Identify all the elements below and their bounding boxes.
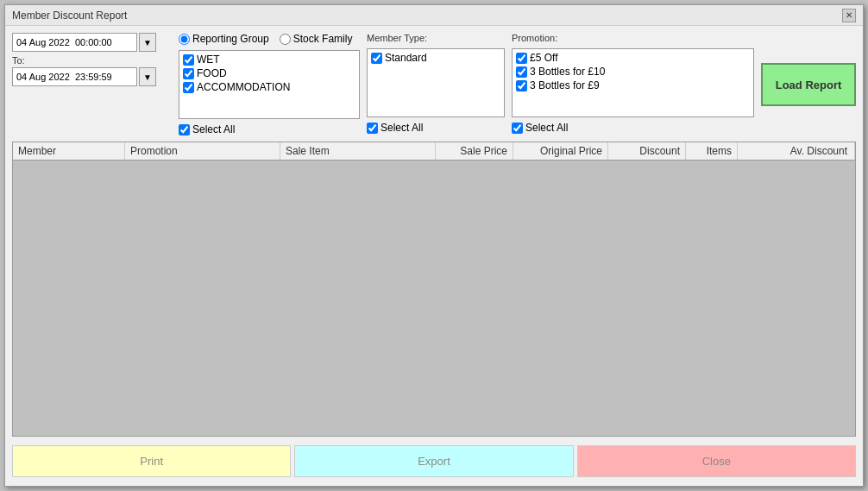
content-area: ▼ To: ▼ Reporting Group — [5, 26, 863, 486]
column-av-discount: Av. Discount — [738, 142, 855, 160]
reporting-group-select-all-label: Select All — [192, 123, 235, 135]
promotion-select-all-checkbox[interactable] — [512, 123, 523, 134]
3bottles10-label: 3 Bottles for £10 — [530, 66, 605, 78]
bottom-buttons: Print Export Close — [12, 442, 856, 479]
list-item[interactable]: Standard — [369, 51, 502, 65]
member-type-select-all[interactable]: Select All — [367, 121, 505, 135]
top-section: ▼ To: ▼ Reporting Group — [12, 33, 856, 136]
reporting-group-radio-text: Reporting Group — [192, 33, 269, 45]
column-sale-item: Sale Item — [280, 142, 436, 160]
export-button[interactable]: Export — [294, 445, 573, 477]
list-item[interactable]: £5 Off — [514, 51, 752, 65]
filter-type-row: Reporting Group Stock Family — [179, 33, 360, 45]
reporting-group-radio[interactable] — [179, 34, 190, 45]
wet-label: WET — [197, 54, 220, 66]
member-type-label: Member Type: — [367, 33, 505, 43]
list-item[interactable]: 3 Bottles for £9 — [514, 79, 752, 92]
table-header: Member Promotion Sale Item Sale Price Or… — [13, 142, 855, 161]
date-to-calendar-button[interactable]: ▼ — [139, 67, 156, 86]
promotion-list: £5 Off 3 Bottles for £10 3 Bottles for £… — [512, 48, 754, 117]
stock-family-radio-text: Stock Family — [293, 33, 353, 45]
column-discount: Discount — [608, 142, 686, 160]
print-button[interactable]: Print — [12, 445, 291, 477]
5off-label: £5 Off — [530, 52, 557, 64]
food-checkbox[interactable] — [183, 68, 194, 79]
close-button[interactable]: Close — [577, 445, 856, 477]
date-from-row: ▼ — [12, 33, 172, 52]
standard-label: Standard — [385, 52, 427, 64]
main-window: Member Discount Report ✕ ▼ To: ▼ — [4, 4, 864, 487]
3bottles10-checkbox[interactable] — [516, 66, 527, 78]
member-type-section: Member Type: Standard Select All — [367, 33, 505, 135]
promotion-select-all-label: Select All — [525, 122, 568, 134]
date-to-row: To: ▼ — [12, 55, 172, 86]
list-item[interactable]: 3 Bottles for £10 — [514, 65, 752, 79]
date-to-input-row: ▼ — [12, 67, 172, 86]
date-from-input-row: ▼ — [12, 33, 172, 52]
load-report-button[interactable]: Load Report — [761, 63, 856, 106]
table-body — [13, 161, 855, 436]
column-member: Member — [13, 142, 125, 160]
column-promotion: Promotion — [125, 142, 280, 160]
window-title: Member Discount Report — [12, 9, 127, 22]
promotion-label: Promotion: — [512, 33, 754, 43]
wet-checkbox[interactable] — [183, 54, 194, 66]
table-section: Member Promotion Sale Item Sale Price Or… — [12, 142, 856, 437]
stock-family-radio[interactable] — [280, 34, 291, 45]
date-from-input[interactable] — [12, 33, 137, 52]
date-section: ▼ To: ▼ — [12, 33, 172, 86]
stock-family-radio-label[interactable]: Stock Family — [280, 33, 353, 45]
close-icon[interactable]: ✕ — [842, 9, 856, 22]
date-to-input[interactable] — [12, 67, 137, 86]
date-from-calendar-button[interactable]: ▼ — [139, 33, 156, 52]
standard-checkbox[interactable] — [371, 53, 382, 64]
list-item[interactable]: FOOD — [181, 66, 357, 80]
reporting-group-select-all-checkbox[interactable] — [179, 124, 190, 135]
accommodation-checkbox[interactable] — [183, 82, 194, 93]
member-type-select-all-checkbox[interactable] — [367, 123, 378, 134]
reporting-group-radio-label[interactable]: Reporting Group — [179, 33, 269, 45]
5off-checkbox[interactable] — [516, 53, 527, 64]
title-bar: Member Discount Report ✕ — [5, 5, 863, 26]
column-original-price: Original Price — [513, 142, 608, 160]
food-label: FOOD — [197, 67, 227, 79]
column-items: Items — [686, 142, 738, 160]
member-type-list: Standard — [367, 48, 505, 117]
column-sale-price: Sale Price — [436, 142, 513, 160]
3bottles9-checkbox[interactable] — [516, 80, 527, 91]
date-to-label: To: — [12, 55, 172, 66]
list-item[interactable]: WET — [181, 53, 357, 66]
reporting-group-section: Reporting Group Stock Family WET FOOD — [179, 33, 360, 136]
accommodation-label: ACCOMMODATION — [197, 81, 290, 93]
reporting-group-select-all[interactable]: Select All — [179, 123, 360, 136]
3bottles9-label: 3 Bottles for £9 — [530, 79, 600, 91]
reporting-group-list: WET FOOD ACCOMMODATION — [179, 50, 360, 119]
list-item[interactable]: ACCOMMODATION — [181, 80, 357, 94]
promotion-section: Promotion: £5 Off 3 Bottles for £10 3 Bo… — [512, 33, 754, 135]
promotion-select-all[interactable]: Select All — [512, 121, 754, 135]
member-type-select-all-label: Select All — [381, 122, 423, 134]
